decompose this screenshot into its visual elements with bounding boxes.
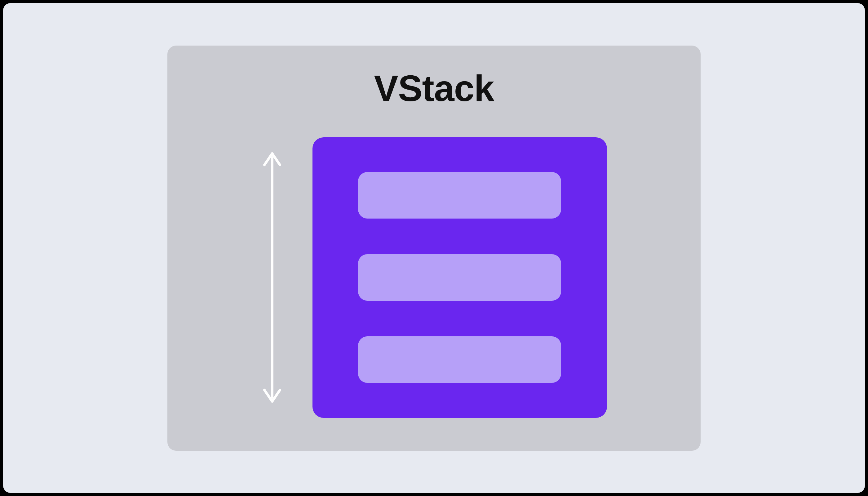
vertical-axis-indicator xyxy=(261,137,283,418)
diagram-panel: VStack xyxy=(167,46,701,451)
stack-item xyxy=(358,172,561,219)
page-background: VStack xyxy=(3,3,865,493)
stack-item xyxy=(358,254,561,301)
diagram-content xyxy=(261,137,607,418)
double-arrow-vertical-icon xyxy=(261,149,283,406)
stack-item xyxy=(358,336,561,383)
diagram-title: VStack xyxy=(374,67,494,109)
vstack-container xyxy=(312,137,607,418)
